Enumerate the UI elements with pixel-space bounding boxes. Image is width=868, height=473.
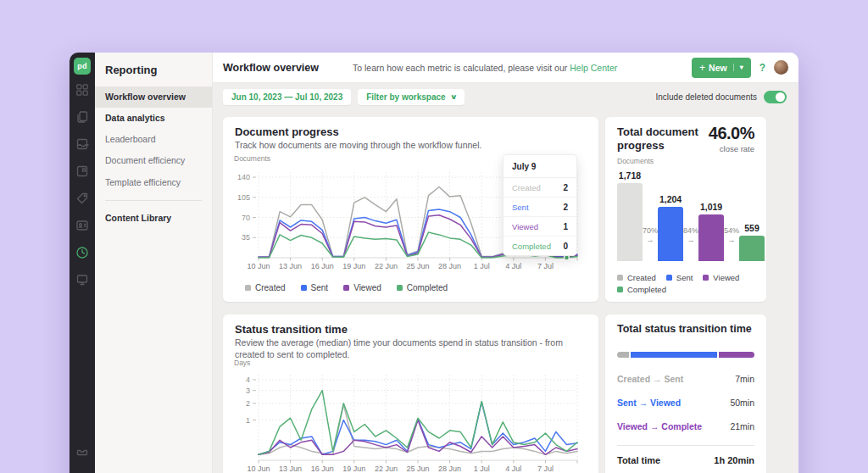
sidebar-item-leaderboard[interactable]: Leaderboard [95, 129, 212, 150]
sidebar-divider [105, 200, 202, 201]
card-title: Status transition time [235, 323, 348, 336]
arrow-right-icon: → [687, 236, 695, 246]
avatar[interactable] [774, 60, 788, 75]
topbar-actions: + New ▾ ? [692, 58, 788, 78]
filter-bar: Jun 10, 2023 — Jul 10, 2023 Filter by wo… [213, 83, 798, 111]
apps-display-icon[interactable] [75, 273, 89, 287]
viewed-swatch [343, 285, 349, 291]
legend-item-viewed: Viewed [703, 273, 739, 282]
reports-icon-active[interactable] [75, 246, 89, 259]
help-text-body: To learn how each metric is calculated, … [353, 63, 567, 73]
funnel-bar-sent: 1,204 [658, 194, 683, 262]
catalog-tag-icon[interactable] [75, 192, 89, 205]
created-swatch [617, 275, 623, 281]
transition-label: Sent → Viewed [617, 398, 681, 408]
date-range-picker[interactable]: Jun 10, 2023 — Jul 10, 2023 [223, 89, 351, 105]
documents-icon[interactable] [75, 110, 89, 124]
total-time-label: Total time [617, 455, 660, 465]
status-transition-chart[interactable]: 123410 Jun13 Jun16 Jun19 Jun22 Jun25 Jun… [233, 369, 584, 473]
svg-text:4 Jul: 4 Jul [505, 465, 521, 473]
close-rate-value: 46.0% [709, 124, 754, 143]
card-title: Total status transition time [617, 323, 752, 335]
card-title: Total document progress [617, 125, 706, 153]
sidebar-item-content-library[interactable]: Content Library [95, 208, 212, 229]
svg-text:70: 70 [242, 214, 250, 222]
transition-row-viewed-complete: Viewed → Complete 21min [617, 415, 754, 438]
svg-text:19 Jun: 19 Jun [342, 465, 365, 473]
transition-segment-bar [617, 352, 754, 358]
created-swatch [245, 285, 251, 291]
svg-text:140: 140 [237, 173, 250, 181]
sidebar-title: Reporting [95, 53, 212, 86]
legend-item-created: Created [617, 273, 656, 282]
bar-value: 559 [744, 223, 760, 233]
workspace-filter-label: Filter by workspace [366, 92, 445, 102]
deleted-docs-toggle-group: Include deleted documents [655, 91, 787, 103]
y-axis-label: Documents [617, 157, 654, 165]
left-column: Document progress Track how documents ar… [223, 117, 598, 473]
status-transition-card: Status transition time Review the averag… [223, 314, 598, 473]
y-axis-label: Documents [234, 154, 270, 163]
close-rate-label: close rate [720, 144, 754, 153]
sidebar-item-data-analytics[interactable]: Data analytics [95, 108, 212, 129]
segment [719, 352, 755, 358]
svg-text:35: 35 [242, 233, 250, 242]
sent-swatch [666, 275, 672, 281]
arrow-right-icon: → [728, 236, 736, 246]
new-button[interactable]: + New ▾ [692, 58, 751, 78]
svg-text:1: 1 [246, 416, 250, 425]
tooltip-row-sent: Sent2 [504, 197, 576, 216]
transition-label: Created → Sent [617, 374, 683, 384]
tooltip-label: Created [512, 183, 541, 192]
card-subtitle: Review the average (median) time your do… [235, 337, 587, 360]
transition-time: 50min [730, 398, 754, 408]
legend-label: Sent [311, 283, 329, 292]
chevron-down-icon: ▾ [733, 64, 743, 71]
include-deleted-toggle[interactable] [764, 91, 787, 103]
plus-icon: + [699, 62, 705, 74]
top-bar: Workflow overview To learn how each metr… [213, 53, 798, 83]
transition-row-created-sent: Created → Sent 7min [617, 367, 754, 391]
tooltip-label: Sent [512, 203, 529, 212]
transition-label: Viewed → Complete [617, 421, 702, 431]
page-title: Workflow overview [223, 62, 319, 74]
dashboard-grid-icon[interactable] [75, 83, 89, 97]
transition-rows: Created → Sent 7min Sent → Viewed 50min … [617, 367, 754, 465]
svg-text:4: 4 [246, 376, 250, 384]
completed-swatch [397, 285, 403, 291]
legend-item-sent: Sent [301, 283, 329, 292]
workspace-filter-dropdown[interactable]: Filter by workspace ∨ [358, 89, 465, 105]
tooltip-label: Viewed [512, 222, 538, 231]
transition-time: 7min [735, 374, 754, 384]
contacts-icon[interactable] [75, 219, 89, 232]
templates-icon[interactable] [75, 164, 89, 178]
inbox-tray-icon[interactable] [75, 443, 89, 457]
legend-label: Completed [627, 285, 666, 294]
bar [658, 207, 683, 262]
sidebar-item-document-efficiency[interactable]: Document efficiency [95, 150, 212, 171]
svg-text:7 Jul: 7 Jul [537, 262, 554, 270]
legend-item-sent: Sent [666, 273, 693, 282]
tooltip-row-created: Created2 [504, 178, 576, 197]
new-button-label: New [709, 63, 727, 73]
sent-swatch [301, 285, 307, 291]
bar-value: 1,718 [619, 170, 641, 181]
svg-text:16 Jun: 16 Jun [311, 465, 334, 473]
help-question-icon[interactable]: ? [760, 62, 765, 74]
help-center-link[interactable]: Help Center [570, 63, 617, 73]
svg-text:28 Jun: 28 Jun [438, 465, 461, 473]
pandadoc-logo[interactable]: pd [74, 58, 91, 75]
main-area: Workflow overview To learn how each metr… [213, 53, 798, 473]
transition-row-sent-viewed: Sent → Viewed 50min [617, 391, 754, 415]
funnel-bar-completed: 559 [739, 223, 765, 261]
tooltip-value: 2 [563, 203, 568, 212]
bar-value: 1,019 [700, 202, 722, 212]
card-subtitle: Track how documents are moving through t… [235, 140, 587, 152]
bar [617, 183, 643, 261]
sidebar-item-template-efficiency[interactable]: Template efficiency [95, 172, 212, 193]
svg-text:2: 2 [246, 399, 250, 408]
sidebar-item-workflow-overview[interactable]: Workflow overview [95, 86, 212, 108]
forms-icon[interactable] [75, 137, 89, 151]
svg-text:22 Jun: 22 Jun [375, 465, 398, 473]
help-text: To learn how each metric is calculated, … [353, 63, 617, 73]
